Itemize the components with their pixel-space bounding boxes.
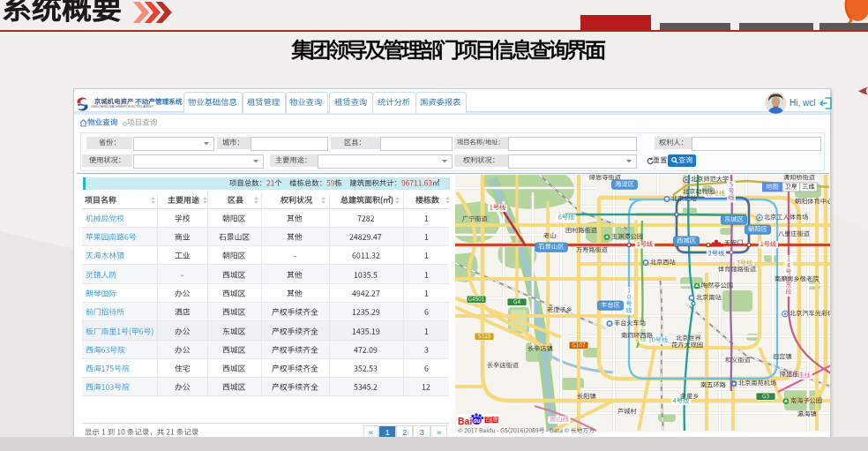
- svg-text:du: du: [473, 417, 480, 424]
- svg-text:Bai: Bai: [458, 417, 472, 426]
